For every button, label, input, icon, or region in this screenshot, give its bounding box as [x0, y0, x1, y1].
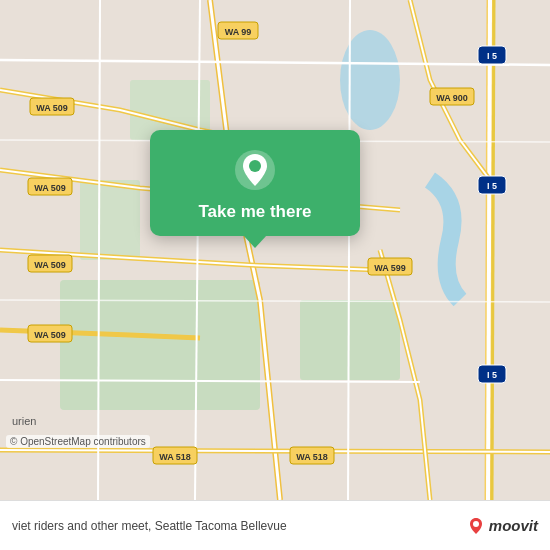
moovit-pin-icon: [467, 517, 485, 535]
svg-text:WA 509: WA 509: [34, 330, 66, 340]
svg-text:WA 900: WA 900: [436, 93, 468, 103]
osm-credit: © OpenStreetMap contributors: [6, 435, 150, 448]
moovit-brand-text: moovit: [489, 517, 538, 534]
svg-rect-1: [60, 280, 260, 410]
moovit-logo: moovit: [467, 517, 538, 535]
location-description: viet riders and other meet, Seattle Taco…: [12, 519, 287, 533]
svg-text:I 5: I 5: [487, 51, 497, 61]
bottom-bar: viet riders and other meet, Seattle Taco…: [0, 500, 550, 550]
location-pin-icon: [233, 148, 277, 192]
svg-text:WA 509: WA 509: [34, 260, 66, 270]
svg-text:WA 599: WA 599: [374, 263, 406, 273]
svg-text:WA 518: WA 518: [159, 452, 191, 462]
map-container: WA 509 WA 509 WA 509 WA 509 WA 99 WA 900…: [0, 0, 550, 500]
svg-rect-3: [300, 300, 400, 380]
svg-text:WA 518: WA 518: [296, 452, 328, 462]
popup-label: Take me there: [198, 202, 311, 222]
svg-rect-2: [80, 180, 140, 260]
svg-text:WA 509: WA 509: [34, 183, 66, 193]
svg-point-33: [473, 521, 479, 527]
svg-text:WA 99: WA 99: [225, 27, 252, 37]
svg-text:I 5: I 5: [487, 181, 497, 191]
popup-card[interactable]: Take me there: [150, 130, 360, 236]
svg-text:urien: urien: [12, 415, 36, 427]
svg-text:WA 509: WA 509: [36, 103, 68, 113]
svg-text:I 5: I 5: [487, 370, 497, 380]
svg-point-32: [249, 160, 261, 172]
